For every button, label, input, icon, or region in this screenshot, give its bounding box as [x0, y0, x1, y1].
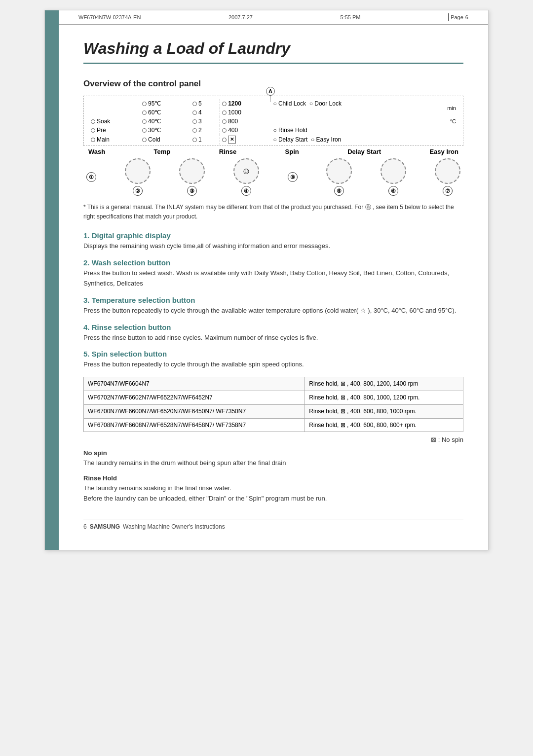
- spin-knob-item: ⑤: [326, 158, 352, 196]
- wash-knob: [125, 158, 151, 184]
- number-8-item: ⑧: [288, 172, 298, 182]
- page-mark: Page 6: [448, 13, 468, 21]
- cp-cell: Soak: [89, 117, 140, 126]
- knob-label-temp: Temp: [154, 148, 171, 155]
- spin-options-3: Rinse hold, ⊠ , 400, 600, 800, 1000 rpm.: [305, 404, 463, 418]
- footer-bar: 6 SAMSUNG Washing Machine Owner's Instru…: [83, 519, 463, 530]
- delay-knob: [381, 158, 406, 184]
- rinsehold-heading: Rinse Hold: [83, 474, 463, 482]
- item-2-body: Press the button to select wash. Wash is…: [83, 268, 463, 289]
- nospin-heading: No spin: [83, 449, 463, 457]
- spin-row-4: WF6708N7/WF6608N7/WF6528N7/WF6458N7/ WF7…: [84, 418, 463, 432]
- item-3-heading: 3. Temperature selection button: [83, 296, 463, 304]
- knob-label-delay: Delay Start: [347, 148, 381, 155]
- page-label: Page: [451, 14, 463, 20]
- side-label-min: min: [430, 99, 458, 117]
- cp-cell: Pre: [89, 126, 140, 135]
- cp-row-2: 60℃ 4 1000: [89, 108, 458, 117]
- cp-cell: 30℃: [140, 126, 190, 135]
- side-label-celsius: °C: [430, 117, 458, 126]
- x-icon: ✕: [228, 136, 236, 144]
- cp-table: 95℃ 5 1200 ○ Child Lock ○ Door Lock min …: [89, 99, 458, 144]
- knob-row-labels: Wash Temp Rinse Spin Delay Start Easy Ir…: [83, 146, 463, 155]
- knobs-row: ① ② ③ ☺ ④: [83, 155, 463, 198]
- spin-row-1: WF6704N7/WF6604N7 Rinse hold, ⊠ , 400, 8…: [84, 377, 463, 391]
- cp-cell: 1000: [220, 108, 271, 117]
- item-1-heading: 1. Digital graphic display: [83, 231, 463, 240]
- item-4-body: Press the rinse button to add rinse cycl…: [83, 333, 463, 343]
- top-dashed-line: [83, 96, 463, 96]
- cp-cell: [271, 117, 430, 126]
- cp-cell: [89, 108, 140, 117]
- rinsehold-body1: The laundry remains soaking in the final…: [83, 483, 463, 494]
- left-bar: [45, 10, 59, 550]
- header-time: 5:55 PM: [341, 14, 361, 20]
- footer-description: Washing Machine Owner's Instructions: [123, 523, 225, 530]
- easyiron-knob-item: ⑦: [435, 158, 460, 196]
- cp-cell: 4: [190, 108, 220, 117]
- item-3-body: Press the button repeatedly to cycle thr…: [83, 306, 463, 316]
- easyiron-knob: [435, 158, 460, 184]
- main-title: Washing a Load of Laundry: [83, 39, 463, 58]
- wash-knob-item: ②: [125, 158, 151, 196]
- cp-cell: 800: [220, 117, 271, 126]
- rinse-knob: ☺: [233, 158, 259, 184]
- spin-row-2: WF6702N7/WF6602N7/WF6522N7/WF6452N7 Rins…: [84, 391, 463, 404]
- cp-cell: 5: [190, 99, 220, 108]
- footer-page-number: 6: [83, 523, 87, 530]
- circle-6: ⑥: [388, 186, 398, 196]
- circle-4: ④: [241, 186, 251, 196]
- cp-cell: 400: [220, 126, 271, 135]
- cp-cell: [271, 108, 430, 117]
- number-1-item: ①: [86, 172, 96, 182]
- cp-cell: ○ Rinse Hold: [271, 126, 430, 135]
- knob-label-rinse: Rinse: [219, 148, 236, 155]
- circle-7: ⑦: [443, 186, 453, 196]
- cp-cell: 2: [190, 126, 220, 135]
- item-4-heading: 4. Rinse selection button: [83, 323, 463, 331]
- label-a-container: A: [266, 87, 275, 102]
- cp-cell: 95℃: [140, 99, 190, 108]
- circle-2: ②: [133, 186, 143, 196]
- spin-table: WF6704N7/WF6604N7 Rinse hold, ⊠ , 400, 8…: [83, 377, 463, 432]
- item-2-heading: 2. Wash selection button: [83, 258, 463, 267]
- circle-1: ①: [86, 172, 96, 182]
- rinse-knob-item: ☺ ④: [233, 158, 259, 196]
- cp-row-4: Pre 30℃ 2 400 ○ Rinse Hold: [89, 126, 458, 135]
- page-container: WF6704N7W-02374A-EN 2007.7.27 5:55 PM Pa…: [44, 10, 489, 550]
- spin-options-2: Rinse hold, ⊠ , 400, 800, 1000, 1200 rpm…: [305, 391, 463, 404]
- content-area: Washing a Load of Laundry Overview of th…: [59, 25, 488, 550]
- control-panel-diagram: A 95℃ 5 1200 ○ Child Lock ○ Door Lock: [83, 96, 463, 198]
- cp-cell: 3: [190, 117, 220, 126]
- knob-label-easyiron: Easy Iron: [429, 148, 458, 155]
- cp-inner-box: 95℃ 5 1200 ○ Child Lock ○ Door Lock min …: [83, 96, 463, 146]
- no-spin-note: ⊠ : No spin: [83, 436, 463, 443]
- spin-knob: [326, 158, 352, 184]
- item-2-section: 2. Wash selection button Press the butto…: [83, 258, 463, 289]
- item-3-section: 3. Temperature selection button Press th…: [83, 296, 463, 316]
- cp-cell: 1: [190, 135, 220, 144]
- cp-row-5: Main Cold 1 ✕ ○ Delay Start ○ Easy Iron: [89, 135, 458, 144]
- cp-cell: [89, 99, 140, 108]
- spin-model-4: WF6708N7/WF6608N7/WF6528N7/WF6458N7/ WF7…: [84, 418, 305, 432]
- rinsehold-body2: Before the laundry can be unloaded, eith…: [83, 494, 463, 504]
- item-1-body: Displays the remaining wash cycle time,a…: [83, 241, 463, 252]
- temp-knob-item: ③: [179, 158, 205, 196]
- item-5-section: 5. Spin selection button Press the butto…: [83, 350, 463, 370]
- spin-model-1: WF6704N7/WF6604N7: [84, 377, 305, 391]
- nospin-body: The laundry remains in the drum without …: [83, 458, 463, 468]
- cp-cell: 40℃: [140, 117, 190, 126]
- label-a-circle: A: [266, 87, 275, 96]
- header-date: 2007.7.27: [228, 14, 253, 20]
- spin-options-1: Rinse hold, ⊠ , 400, 800, 1200, 1400 rpm: [305, 377, 463, 391]
- spin-model-2: WF6702N7/WF6602N7/WF6522N7/WF6452N7: [84, 391, 305, 404]
- title-section: Washing a Load of Laundry: [83, 39, 463, 64]
- circle-3: ③: [187, 186, 197, 196]
- top-header: WF6704N7W-02374A-EN 2007.7.27 5:55 PM Pa…: [59, 10, 488, 25]
- label-a-line: [270, 96, 271, 102]
- cp-cell: ○ Delay Start ○ Easy Iron: [271, 135, 430, 144]
- spin-options-4: Rinse hold, ⊠ , 400, 600, 800, 800+ rpm.: [305, 418, 463, 432]
- item-5-heading: 5. Spin selection button: [83, 350, 463, 358]
- cp-cell: 1200: [220, 99, 271, 108]
- delay-knob-item: ⑥: [381, 158, 406, 196]
